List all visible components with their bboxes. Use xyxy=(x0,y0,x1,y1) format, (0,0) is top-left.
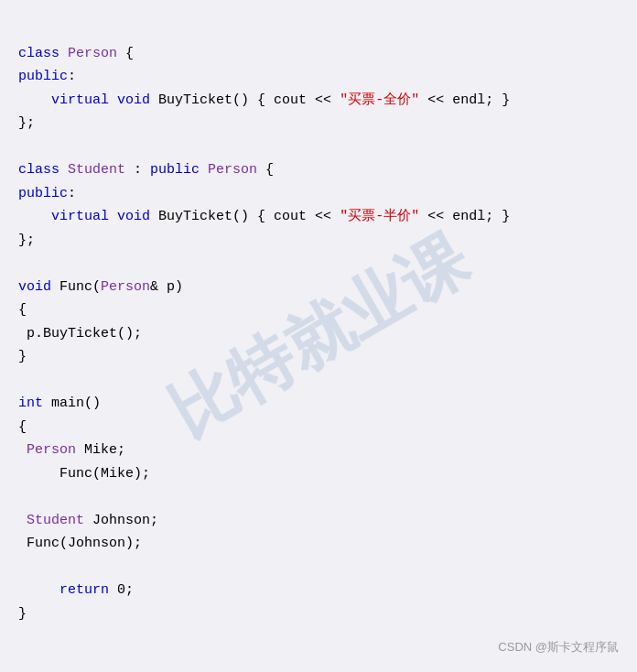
bottom-credit: CSDN @斯卡文程序鼠 xyxy=(498,639,619,656)
line-13: p.BuyTicket(); xyxy=(18,326,142,341)
line-16: int main() xyxy=(18,396,101,411)
line-21: Student Johnson; xyxy=(18,513,158,528)
line-20 xyxy=(18,489,27,504)
line-4: }; xyxy=(18,115,35,131)
line-12: { xyxy=(18,302,27,318)
line-22: Func(Johnson); xyxy=(18,536,142,551)
line-9: }; xyxy=(18,233,35,248)
line-19: Func(Mike); xyxy=(18,466,150,482)
line-8: virtual void BuyTicket() { cout << "买票-半… xyxy=(18,209,510,224)
line-1: class Person { xyxy=(18,46,134,61)
code-block: class Person { public: virtual void BuyT… xyxy=(18,18,619,649)
line-18: Person Mike; xyxy=(18,442,125,458)
line-3: virtual void BuyTicket() { cout << "买票-全… xyxy=(18,92,510,108)
line-24: return 0; xyxy=(18,582,134,598)
line-7: public: xyxy=(18,186,76,201)
line-5 xyxy=(18,139,27,155)
line-15 xyxy=(18,373,27,388)
line-6: class Student : public Person { xyxy=(18,162,274,178)
line-23 xyxy=(18,559,27,575)
code-container: 比特就业课 class Person { public: virtual voi… xyxy=(0,0,637,672)
line-14: } xyxy=(18,349,27,364)
line-11: void Func(Person& p) xyxy=(18,279,183,295)
line-10 xyxy=(18,255,27,271)
line-2: public: xyxy=(18,69,76,84)
line-17: { xyxy=(18,419,27,435)
line-25: } xyxy=(18,606,27,622)
